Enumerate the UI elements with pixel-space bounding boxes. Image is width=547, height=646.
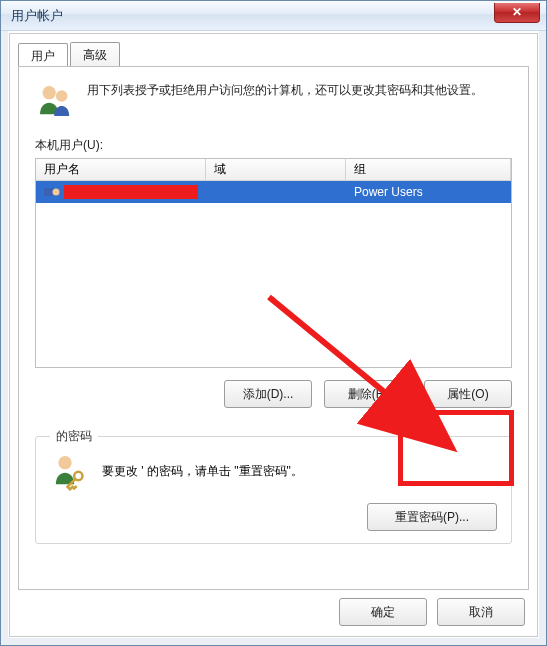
reset-password-button[interactable]: 重置密码(P)... bbox=[367, 503, 497, 531]
users-icon bbox=[35, 81, 75, 121]
add-button[interactable]: 添加(D)... bbox=[224, 380, 312, 408]
close-button[interactable]: ✕ bbox=[494, 3, 540, 23]
ok-button[interactable]: 确定 bbox=[339, 598, 427, 626]
svg-point-0 bbox=[43, 86, 56, 99]
cell-domain bbox=[206, 181, 346, 203]
userlist[interactable]: 用户名 域 组 Power Users bbox=[35, 158, 512, 368]
intro-row: 用下列表授予或拒绝用户访问您的计算机，还可以更改其密码和其他设置。 bbox=[35, 81, 512, 121]
user-row-icon bbox=[44, 185, 60, 199]
client-area: 用户 高级 用下列表授予或拒绝用户访问您的计算机，还可以更改其密码和其他设置。 … bbox=[9, 33, 538, 637]
redacted-bar bbox=[64, 185, 198, 199]
user-buttons-row: 添加(D)... 删除(R) 属性(O) bbox=[35, 380, 512, 408]
cell-group: Power Users bbox=[346, 181, 511, 203]
intro-text: 用下列表授予或拒绝用户访问您的计算机，还可以更改其密码和其他设置。 bbox=[87, 81, 483, 121]
users-panel: 用下列表授予或拒绝用户访问您的计算机，还可以更改其密码和其他设置。 本机用户(U… bbox=[18, 66, 529, 590]
table-row[interactable]: Power Users bbox=[36, 181, 511, 203]
cell-username bbox=[36, 181, 206, 203]
password-text: 要更改 ' 的密码，请单击 "重置密码"。 bbox=[102, 463, 303, 480]
titlebar: 用户帐户 ✕ bbox=[1, 1, 546, 31]
password-group-legend: 的密码 bbox=[50, 428, 98, 445]
userlist-header: 用户名 域 组 bbox=[36, 159, 511, 181]
userlist-label: 本机用户(U): bbox=[35, 137, 512, 154]
svg-point-4 bbox=[58, 456, 71, 469]
col-username[interactable]: 用户名 bbox=[36, 159, 206, 180]
col-domain[interactable]: 域 bbox=[206, 159, 346, 180]
user-key-icon bbox=[50, 451, 90, 491]
window-title: 用户帐户 bbox=[11, 7, 63, 25]
dialog-buttons: 确定 取消 bbox=[339, 598, 525, 626]
tab-advanced[interactable]: 高级 bbox=[70, 42, 120, 69]
password-group: 的密码 要更改 ' 的密码，请单击 "重置密码"。 重置密码(P)... bbox=[35, 436, 512, 544]
col-group[interactable]: 组 bbox=[346, 159, 511, 180]
svg-point-3 bbox=[53, 189, 60, 196]
close-icon: ✕ bbox=[512, 5, 522, 19]
svg-point-1 bbox=[56, 90, 68, 102]
user-accounts-window: 用户帐户 ✕ 用户 高级 用下列表授予或拒绝用户访问您的计算机，还可以更改其密码… bbox=[0, 0, 547, 646]
remove-button[interactable]: 删除(R) bbox=[324, 380, 412, 408]
tabstrip: 用户 高级 bbox=[18, 42, 122, 69]
properties-button[interactable]: 属性(O) bbox=[424, 380, 512, 408]
cancel-button[interactable]: 取消 bbox=[437, 598, 525, 626]
